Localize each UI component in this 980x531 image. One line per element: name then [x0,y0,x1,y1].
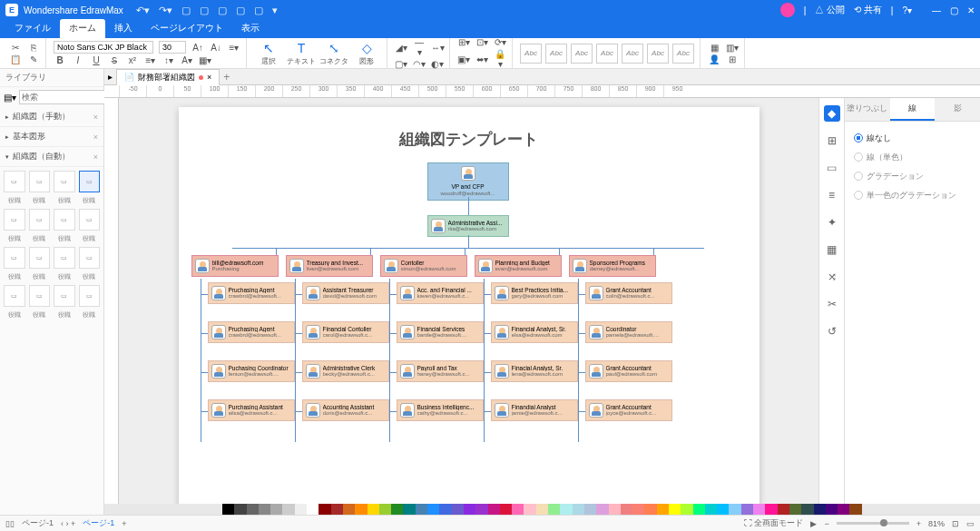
color-swatch[interactable] [681,504,692,515]
org-node[interactable]: Pruchasing Agentcrawbrd@edrawsoft... [208,282,295,304]
help-icon[interactable]: ?▾ [902,5,912,15]
color-swatch[interactable] [234,504,246,515]
shape-thumb[interactable]: ▭ [79,285,101,307]
org-node[interactable]: Financial Contollercarol@edrawsoft.c... [302,321,389,343]
align-icon[interactable]: ≡▾ [228,43,240,53]
person-icon[interactable]: 👤 [708,54,720,64]
minimize-icon[interactable]: — [932,5,941,15]
new-icon[interactable]: ▢ [181,5,191,16]
shadow-icon[interactable]: ▢▾ [395,59,407,69]
tab-fill[interactable]: 塗りつぶし [845,98,890,121]
color-swatch[interactable] [621,504,632,515]
add-tab-icon[interactable]: + [223,71,230,84]
category-manual[interactable]: 組織図（手動）× [0,107,103,127]
formatpainter-icon[interactable]: ✎ [27,54,40,64]
text-tool[interactable]: Tテキスト [287,41,316,66]
shape-thumb[interactable]: ▭ [29,247,51,269]
color-swatch[interactable] [838,504,849,515]
color-swatch[interactable] [368,504,379,515]
org-node[interactable]: Financial Analyst, Sr.elsa@edrawsoft.com [491,321,578,343]
color-swatch[interactable] [741,504,753,515]
line-option[interactable]: 単一色のグラデーション [852,186,973,205]
color-bar[interactable] [104,504,980,515]
color-swatch[interactable] [500,504,512,515]
paste-icon[interactable]: 📋 [9,54,22,64]
shape-thumb[interactable]: ▭ [29,171,51,192]
style-preset[interactable]: Abc [545,44,567,64]
tab-line[interactable]: 線 [890,98,936,121]
color-swatch[interactable] [270,504,282,515]
shape-thumb[interactable]: ▭ [54,285,75,307]
color-swatch[interactable] [318,504,330,515]
color-swatch[interactable] [439,504,451,515]
canvas[interactable]: 組織図テンプレート VP and CFPwoodruff@edrawsoft..… [119,98,818,504]
crop-icon[interactable]: ▦ [708,43,720,53]
color-swatch[interactable] [379,504,391,515]
color-swatch[interactable] [282,504,294,515]
user-avatar[interactable] [780,3,795,17]
line-option[interactable]: グラデーション [852,167,973,186]
color-swatch[interactable] [331,504,343,515]
org-node[interactable]: Finandial Analystjamie@edrawsoft.c... [491,399,578,421]
lock-icon[interactable]: 🔒▾ [494,49,506,69]
org-node[interactable]: Administrative Clerkbecky@edrawsoft.c... [302,360,389,382]
fontgrow-icon[interactable]: A↑ [191,43,204,53]
front-icon[interactable]: ▣▾ [457,54,470,64]
fit-icon[interactable]: ⊡ [952,519,959,528]
style-preset[interactable]: Abc [622,44,643,64]
shape-thumb[interactable]: ▭ [54,209,75,231]
history-tool-icon[interactable]: ↺ [824,323,840,339]
color-swatch[interactable] [814,504,826,515]
color-swatch[interactable] [488,504,500,515]
org-node[interactable]: Puchasing Coordinatorfenton@edrawsoft...… [208,360,295,382]
color-swatch[interactable] [464,504,475,515]
document-tab[interactable]: 📄 財務部署組織図 × [116,69,220,85]
page-tab[interactable]: ページ-1 [83,517,114,529]
menu-home[interactable]: ホーム [60,19,105,38]
bold-icon[interactable]: B [54,55,66,65]
org-node[interactable]: Acc. and Financial ...kaven@edrawsoft.c.… [397,282,484,304]
color-swatch[interactable] [657,504,669,515]
menu-pagelayout[interactable]: ページレイアウト [142,19,232,38]
arrow-icon[interactable]: ↔▾ [431,43,444,53]
color-swatch[interactable] [765,504,777,515]
org-node[interactable]: Finacial Analyst, Sr.lena@edrawsoft.com [491,360,578,382]
color-swatch[interactable] [475,504,487,515]
color-swatch[interactable] [753,504,765,515]
color-swatch[interactable] [705,504,717,515]
color-swatch[interactable] [524,504,535,515]
zoom-slider[interactable] [837,522,909,525]
org-node[interactable]: Acounting Assistantdoris@edrawsoft.c... [302,399,389,421]
color-swatch[interactable] [573,504,584,515]
group-icon[interactable]: ⊡▾ [475,37,488,47]
color-swatch[interactable] [391,504,403,515]
shape-thumb[interactable]: ▭ [29,285,51,307]
color-swatch[interactable] [596,504,608,515]
select-tool[interactable]: ↖選択 [254,41,283,66]
org-node[interactable]: VP and CFPwoodruff@edrawsoft... [427,162,509,201]
collapse-icon[interactable]: ▸ [108,72,113,82]
copy-icon[interactable]: ⎘ [27,43,40,53]
color-swatch[interactable] [609,504,621,515]
color-swatch[interactable] [778,504,789,515]
color-swatch[interactable] [693,504,705,515]
shape-thumb[interactable]: ▭ [4,171,25,192]
italic-icon[interactable]: I [72,55,84,65]
style-preset[interactable]: Abc [571,44,593,64]
org-node[interactable]: Coordinatorpamela@edrawsoft.... [585,321,672,343]
shuffle-tool-icon[interactable]: ⤨ [824,269,840,285]
org-node[interactable]: Best Practices Initia...gary@edrawsoft.c… [491,282,578,304]
color-swatch[interactable] [512,504,524,515]
image-tool-icon[interactable]: ▭ [824,160,840,176]
grid-tool-icon[interactable]: ⊞ [824,133,840,149]
export-icon[interactable]: ▢ [254,5,263,16]
color-swatch[interactable] [403,504,415,515]
ai-tool-icon[interactable]: ✦ [824,214,840,231]
rotate-icon[interactable]: ⟳▾ [494,37,506,47]
category-auto[interactable]: 組織図（自動）× [0,147,103,167]
image-icon[interactable]: ⊞ [726,54,739,64]
menu-file[interactable]: ファイル [5,19,60,38]
pages-icon[interactable]: ▯▯ [5,519,15,528]
fontsize-select[interactable] [159,41,186,54]
shape-thumb[interactable]: ▭ [79,247,101,269]
